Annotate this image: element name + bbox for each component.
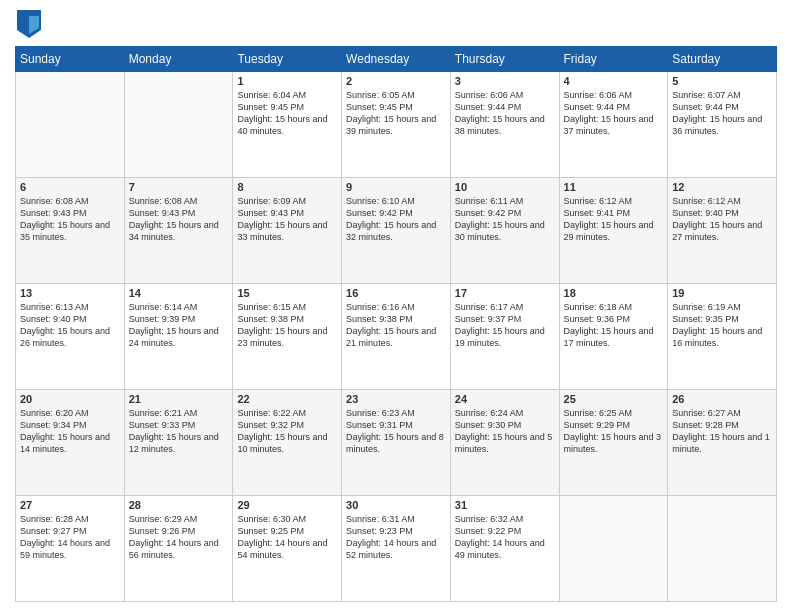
day-info: Sunrise: 6:13 AM Sunset: 9:40 PM Dayligh… <box>20 301 120 350</box>
day-info: Sunrise: 6:06 AM Sunset: 9:44 PM Dayligh… <box>455 89 555 138</box>
day-info: Sunrise: 6:17 AM Sunset: 9:37 PM Dayligh… <box>455 301 555 350</box>
day-info: Sunrise: 6:23 AM Sunset: 9:31 PM Dayligh… <box>346 407 446 456</box>
day-number: 26 <box>672 393 772 405</box>
day-info: Sunrise: 6:16 AM Sunset: 9:38 PM Dayligh… <box>346 301 446 350</box>
day-info: Sunrise: 6:25 AM Sunset: 9:29 PM Dayligh… <box>564 407 664 456</box>
day-number: 22 <box>237 393 337 405</box>
day-cell: 24Sunrise: 6:24 AM Sunset: 9:30 PM Dayli… <box>450 390 559 496</box>
day-info: Sunrise: 6:27 AM Sunset: 9:28 PM Dayligh… <box>672 407 772 456</box>
day-cell <box>16 72 125 178</box>
day-info: Sunrise: 6:22 AM Sunset: 9:32 PM Dayligh… <box>237 407 337 456</box>
day-info: Sunrise: 6:19 AM Sunset: 9:35 PM Dayligh… <box>672 301 772 350</box>
day-number: 7 <box>129 181 229 193</box>
day-cell: 11Sunrise: 6:12 AM Sunset: 9:41 PM Dayli… <box>559 178 668 284</box>
day-number: 3 <box>455 75 555 87</box>
day-number: 15 <box>237 287 337 299</box>
day-info: Sunrise: 6:06 AM Sunset: 9:44 PM Dayligh… <box>564 89 664 138</box>
day-cell: 27Sunrise: 6:28 AM Sunset: 9:27 PM Dayli… <box>16 496 125 602</box>
day-info: Sunrise: 6:08 AM Sunset: 9:43 PM Dayligh… <box>129 195 229 244</box>
day-cell: 2Sunrise: 6:05 AM Sunset: 9:45 PM Daylig… <box>342 72 451 178</box>
day-number: 31 <box>455 499 555 511</box>
day-number: 2 <box>346 75 446 87</box>
day-header-sunday: Sunday <box>16 47 125 72</box>
week-row-1: 1Sunrise: 6:04 AM Sunset: 9:45 PM Daylig… <box>16 72 777 178</box>
day-info: Sunrise: 6:14 AM Sunset: 9:39 PM Dayligh… <box>129 301 229 350</box>
day-cell: 22Sunrise: 6:22 AM Sunset: 9:32 PM Dayli… <box>233 390 342 496</box>
day-info: Sunrise: 6:11 AM Sunset: 9:42 PM Dayligh… <box>455 195 555 244</box>
day-info: Sunrise: 6:05 AM Sunset: 9:45 PM Dayligh… <box>346 89 446 138</box>
day-info: Sunrise: 6:04 AM Sunset: 9:45 PM Dayligh… <box>237 89 337 138</box>
day-number: 30 <box>346 499 446 511</box>
day-cell: 8Sunrise: 6:09 AM Sunset: 9:43 PM Daylig… <box>233 178 342 284</box>
day-cell <box>124 72 233 178</box>
day-cell: 18Sunrise: 6:18 AM Sunset: 9:36 PM Dayli… <box>559 284 668 390</box>
day-cell: 9Sunrise: 6:10 AM Sunset: 9:42 PM Daylig… <box>342 178 451 284</box>
day-cell: 19Sunrise: 6:19 AM Sunset: 9:35 PM Dayli… <box>668 284 777 390</box>
day-number: 17 <box>455 287 555 299</box>
day-header-tuesday: Tuesday <box>233 47 342 72</box>
header-row: SundayMondayTuesdayWednesdayThursdayFrid… <box>16 47 777 72</box>
day-info: Sunrise: 6:28 AM Sunset: 9:27 PM Dayligh… <box>20 513 120 562</box>
day-info: Sunrise: 6:21 AM Sunset: 9:33 PM Dayligh… <box>129 407 229 456</box>
day-number: 20 <box>20 393 120 405</box>
day-info: Sunrise: 6:12 AM Sunset: 9:40 PM Dayligh… <box>672 195 772 244</box>
day-number: 14 <box>129 287 229 299</box>
day-number: 5 <box>672 75 772 87</box>
day-info: Sunrise: 6:32 AM Sunset: 9:22 PM Dayligh… <box>455 513 555 562</box>
day-number: 19 <box>672 287 772 299</box>
page: SundayMondayTuesdayWednesdayThursdayFrid… <box>0 0 792 612</box>
day-number: 9 <box>346 181 446 193</box>
day-header-friday: Friday <box>559 47 668 72</box>
day-number: 13 <box>20 287 120 299</box>
day-number: 29 <box>237 499 337 511</box>
week-row-2: 6Sunrise: 6:08 AM Sunset: 9:43 PM Daylig… <box>16 178 777 284</box>
day-number: 23 <box>346 393 446 405</box>
day-cell: 20Sunrise: 6:20 AM Sunset: 9:34 PM Dayli… <box>16 390 125 496</box>
day-cell: 1Sunrise: 6:04 AM Sunset: 9:45 PM Daylig… <box>233 72 342 178</box>
day-cell: 4Sunrise: 6:06 AM Sunset: 9:44 PM Daylig… <box>559 72 668 178</box>
logo <box>15 10 43 38</box>
header <box>15 10 777 38</box>
day-info: Sunrise: 6:09 AM Sunset: 9:43 PM Dayligh… <box>237 195 337 244</box>
day-number: 16 <box>346 287 446 299</box>
day-number: 21 <box>129 393 229 405</box>
week-row-5: 27Sunrise: 6:28 AM Sunset: 9:27 PM Dayli… <box>16 496 777 602</box>
day-cell: 28Sunrise: 6:29 AM Sunset: 9:26 PM Dayli… <box>124 496 233 602</box>
day-cell: 3Sunrise: 6:06 AM Sunset: 9:44 PM Daylig… <box>450 72 559 178</box>
day-info: Sunrise: 6:07 AM Sunset: 9:44 PM Dayligh… <box>672 89 772 138</box>
day-cell: 30Sunrise: 6:31 AM Sunset: 9:23 PM Dayli… <box>342 496 451 602</box>
day-cell: 15Sunrise: 6:15 AM Sunset: 9:38 PM Dayli… <box>233 284 342 390</box>
day-header-saturday: Saturday <box>668 47 777 72</box>
day-header-wednesday: Wednesday <box>342 47 451 72</box>
day-cell: 17Sunrise: 6:17 AM Sunset: 9:37 PM Dayli… <box>450 284 559 390</box>
day-cell <box>668 496 777 602</box>
day-cell: 10Sunrise: 6:11 AM Sunset: 9:42 PM Dayli… <box>450 178 559 284</box>
day-number: 4 <box>564 75 664 87</box>
calendar-table: SundayMondayTuesdayWednesdayThursdayFrid… <box>15 46 777 602</box>
day-number: 1 <box>237 75 337 87</box>
day-cell: 31Sunrise: 6:32 AM Sunset: 9:22 PM Dayli… <box>450 496 559 602</box>
week-row-3: 13Sunrise: 6:13 AM Sunset: 9:40 PM Dayli… <box>16 284 777 390</box>
day-cell: 26Sunrise: 6:27 AM Sunset: 9:28 PM Dayli… <box>668 390 777 496</box>
day-cell: 7Sunrise: 6:08 AM Sunset: 9:43 PM Daylig… <box>124 178 233 284</box>
day-number: 25 <box>564 393 664 405</box>
day-cell: 13Sunrise: 6:13 AM Sunset: 9:40 PM Dayli… <box>16 284 125 390</box>
day-info: Sunrise: 6:20 AM Sunset: 9:34 PM Dayligh… <box>20 407 120 456</box>
day-number: 10 <box>455 181 555 193</box>
day-number: 8 <box>237 181 337 193</box>
day-number: 27 <box>20 499 120 511</box>
day-info: Sunrise: 6:10 AM Sunset: 9:42 PM Dayligh… <box>346 195 446 244</box>
day-cell: 21Sunrise: 6:21 AM Sunset: 9:33 PM Dayli… <box>124 390 233 496</box>
day-info: Sunrise: 6:29 AM Sunset: 9:26 PM Dayligh… <box>129 513 229 562</box>
day-header-monday: Monday <box>124 47 233 72</box>
logo-icon <box>17 10 41 38</box>
day-cell: 16Sunrise: 6:16 AM Sunset: 9:38 PM Dayli… <box>342 284 451 390</box>
day-number: 18 <box>564 287 664 299</box>
day-number: 12 <box>672 181 772 193</box>
day-cell <box>559 496 668 602</box>
day-info: Sunrise: 6:30 AM Sunset: 9:25 PM Dayligh… <box>237 513 337 562</box>
day-info: Sunrise: 6:12 AM Sunset: 9:41 PM Dayligh… <box>564 195 664 244</box>
day-cell: 14Sunrise: 6:14 AM Sunset: 9:39 PM Dayli… <box>124 284 233 390</box>
day-number: 11 <box>564 181 664 193</box>
day-info: Sunrise: 6:31 AM Sunset: 9:23 PM Dayligh… <box>346 513 446 562</box>
